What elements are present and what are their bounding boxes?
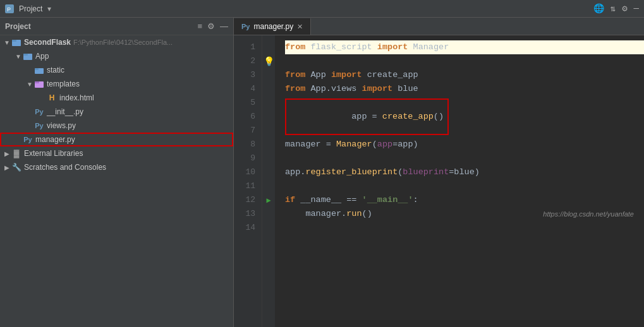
- folder-icon-templates: [34, 79, 44, 89]
- label-secondflask: SecondFlask: [24, 38, 71, 47]
- gutter-12[interactable]: ▶: [262, 193, 275, 207]
- split-icon[interactable]: ⇅: [611, 3, 616, 14]
- label-static: static: [47, 66, 64, 74]
- svg-rect-9: [35, 81, 39, 83]
- line-num-13: 13: [234, 207, 262, 221]
- project-icon: P: [5, 4, 14, 13]
- box-outline: app = create_app(): [285, 98, 449, 135]
- keyword-if: if: [285, 193, 295, 207]
- label-index-html: index.html: [59, 93, 94, 102]
- code-line-1: from flask_script import Manager: [285, 40, 644, 54]
- code-content[interactable]: from flask_script import Manager from Ap…: [275, 35, 644, 327]
- code-line-11: [285, 179, 644, 193]
- globe-icon[interactable]: 🌐: [593, 3, 604, 14]
- code-line-8: manager = Manager(app=app): [285, 138, 644, 152]
- tree-item-manager-py[interactable]: Py manager.py: [0, 133, 233, 146]
- code-line-13: manager.run() https://blog.csdn.net/yuan…: [285, 207, 644, 221]
- code-line-14: [285, 221, 644, 235]
- arrow-scratches: ▶: [3, 164, 11, 171]
- title-bar-controls: 🌐 ⇅ ⚙ —: [593, 3, 639, 14]
- line-num-12: 12: [234, 193, 262, 207]
- path-secondflask: F:\PythonFile\0412\SecondFla...: [73, 39, 173, 46]
- label-scratches: Scratches and Consoles: [24, 163, 106, 172]
- code-line-10: app.register_blueprint(blueprint=blue): [285, 165, 644, 179]
- tab-bar: Py manager.py ✕: [234, 18, 644, 35]
- gutter-10: [262, 165, 275, 179]
- code-line-2: [285, 54, 644, 68]
- label-manager-py: manager.py: [35, 135, 75, 144]
- run-icon[interactable]: ▶: [266, 196, 270, 205]
- tree-item-external-libs[interactable]: ▶ ▓ External Libraries: [0, 146, 233, 160]
- keyword-import-3: import: [331, 68, 362, 82]
- code-line-9: [285, 152, 644, 165]
- code-container: 1 2 3 4 5 6 7 8 9 10 11 12 13 14 💡: [234, 35, 644, 327]
- title-bar: P Project ▾ 🌐 ⇅ ⚙ —: [0, 0, 644, 18]
- sidebar-icon-1[interactable]: ≡: [197, 21, 202, 31]
- line-numbers: 1 2 3 4 5 6 7 8 9 10 11 12 13 14: [234, 35, 262, 327]
- tree-item-init-py[interactable]: Py __init__.py: [0, 105, 233, 119]
- line-num-1: 1: [234, 40, 262, 54]
- py-icon-init: Py: [34, 107, 44, 117]
- line-num-9: 9: [234, 152, 262, 165]
- tree-item-app[interactable]: ▼ App: [0, 49, 233, 63]
- label-views-py: views.py: [47, 121, 76, 130]
- keyword-import-1: import: [377, 40, 408, 54]
- gutter-8: [262, 138, 275, 152]
- line-num-5: 5: [234, 96, 262, 110]
- tab-label: manager.py: [253, 22, 293, 31]
- gutter-11: [262, 179, 275, 193]
- lib-icon: ▓: [11, 148, 21, 158]
- sidebar-title: Project: [5, 22, 31, 31]
- tab-manager-py[interactable]: Py manager.py ✕: [234, 18, 311, 35]
- gear-icon[interactable]: ⚙: [622, 3, 627, 14]
- minimize-icon[interactable]: —: [634, 3, 639, 14]
- tree-item-scratches[interactable]: ▶ 🔧 Scratches and Consoles: [0, 160, 233, 174]
- tree-item-static[interactable]: static: [0, 63, 233, 77]
- sidebar-header: Project ≡ ⚙ —: [0, 18, 233, 35]
- arrow-external: ▶: [3, 150, 11, 157]
- svg-rect-5: [23, 54, 28, 56]
- sidebar-icon-3[interactable]: —: [220, 21, 228, 31]
- gutter-7: [262, 124, 275, 138]
- line-num-14: 14: [234, 221, 262, 235]
- keyword-from-1: from: [285, 40, 305, 54]
- gutter-3: [262, 68, 275, 82]
- py-icon-views: Py: [34, 121, 44, 131]
- title-bar-title: Project: [19, 4, 42, 13]
- svg-text:P: P: [7, 6, 11, 12]
- line-num-8: 8: [234, 138, 262, 152]
- editor-area: Py manager.py ✕ 1 2 3 4 5 6 7 8 9 10 11 …: [234, 18, 644, 327]
- gutter-14: [262, 221, 275, 235]
- keyword-import-4: import: [362, 82, 393, 96]
- tree-item-index-html[interactable]: H index.html: [0, 91, 233, 105]
- py-icon-manager: Py: [23, 134, 33, 145]
- title-dropdown-arrow[interactable]: ▾: [47, 4, 51, 13]
- string-main: '__main__': [362, 193, 413, 207]
- main-layout: Project ≡ ⚙ — ▼ SecondFlask F:\PythonFil…: [0, 18, 644, 327]
- sidebar: Project ≡ ⚙ — ▼ SecondFlask F:\PythonFil…: [0, 18, 234, 327]
- gutter-4: [262, 82, 275, 96]
- folder-icon-secondflask: [11, 37, 21, 47]
- tree-item-views-py[interactable]: Py views.py: [0, 119, 233, 133]
- line-num-2: 2: [234, 54, 262, 68]
- label-init-py: __init__.py: [47, 107, 83, 116]
- folder-icon-app: [23, 51, 33, 61]
- keyword-from-3: from: [285, 68, 305, 82]
- watermark: https://blog.csdn.net/yuanfate: [543, 207, 634, 221]
- tab-close-button[interactable]: ✕: [297, 23, 303, 31]
- tree-item-secondflask[interactable]: ▼ SecondFlask F:\PythonFile\0412\SecondF…: [0, 35, 233, 49]
- line-num-3: 3: [234, 68, 262, 82]
- svg-rect-7: [35, 68, 39, 70]
- line-num-7: 7: [234, 124, 262, 138]
- code-line-6: app = create_app(): [285, 110, 644, 124]
- svg-rect-3: [12, 40, 16, 42]
- tree-item-templates[interactable]: ▼ templates: [0, 77, 233, 91]
- tab-py-icon: Py: [241, 23, 250, 30]
- sidebar-header-icons: ≡ ⚙ —: [197, 21, 228, 31]
- code-line-4: from App.views import blue: [285, 82, 644, 96]
- lightbulb-icon[interactable]: 💡: [264, 56, 274, 67]
- arrow-app: ▼: [14, 53, 23, 60]
- label-app: App: [35, 52, 49, 61]
- sidebar-icon-2[interactable]: ⚙: [207, 21, 215, 31]
- line-num-4: 4: [234, 82, 262, 96]
